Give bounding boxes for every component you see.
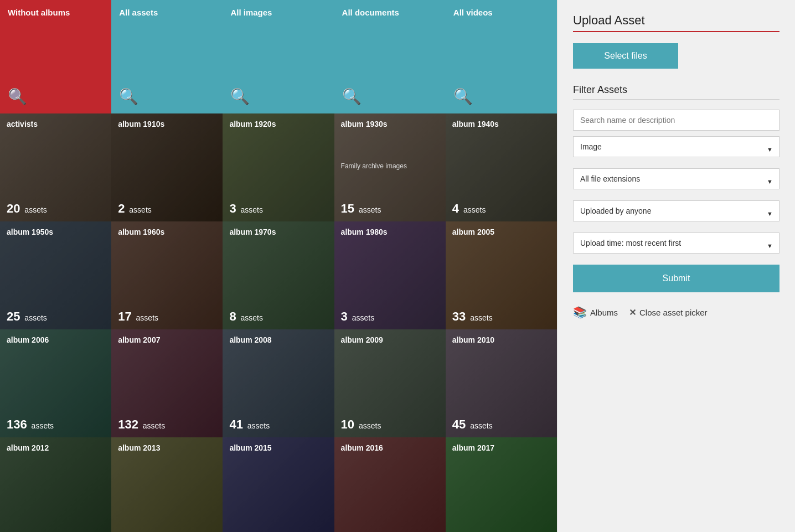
extension-select-wrapper: All file extensions (573, 168, 779, 195)
category-tile-label: All assets (119, 8, 215, 17)
album-item[interactable]: album 2017 (446, 437, 557, 532)
sort-select-wrapper: Upload time: most recent first (573, 233, 779, 259)
album-name: album 1960s (118, 227, 216, 237)
album-item[interactable]: album 1920s 3 assets (223, 113, 334, 221)
upload-divider (573, 31, 779, 32)
album-item[interactable]: album 2012 (0, 437, 111, 532)
album-name: album 1930s (341, 119, 439, 129)
album-name: album 2016 (341, 443, 439, 453)
album-name: album 1980s (341, 227, 439, 237)
album-asset-count: 2 assets (118, 202, 216, 216)
album-name: album 2013 (118, 443, 216, 453)
album-item[interactable]: album 1980s 3 assets (334, 221, 446, 329)
album-description: Family archive images (341, 162, 439, 170)
extension-select[interactable]: All file extensions (573, 168, 779, 189)
search-icon: 🔍 (453, 87, 549, 106)
type-select[interactable]: Image All types (573, 136, 779, 157)
category-tile-all-images[interactable]: All images 🔍 (223, 0, 334, 113)
album-item[interactable]: album 1950s 25 assets (0, 221, 111, 329)
album-asset-count: 17 assets (118, 309, 216, 324)
album-asset-count: 8 assets (229, 309, 327, 324)
albums-link-label: Albums (590, 308, 618, 317)
category-tile-label: All images (230, 8, 326, 17)
album-name: album 1970s (229, 227, 327, 237)
category-tile-label: All documents (342, 8, 438, 17)
album-item[interactable]: album 2007 132 assets (111, 329, 223, 437)
sort-select[interactable]: Upload time: most recent first (573, 233, 779, 254)
album-name: album 2008 (229, 335, 327, 345)
album-asset-count: 20 assets (7, 202, 105, 216)
album-name: album 2017 (452, 443, 550, 453)
album-item[interactable]: album 1960s 17 assets (111, 221, 223, 329)
album-item[interactable]: activists 20 assets (0, 113, 111, 221)
select-files-button[interactable]: Select files (573, 43, 678, 69)
submit-button[interactable]: Submit (573, 265, 779, 292)
uploader-select[interactable]: Uploaded by anyone (573, 200, 779, 221)
album-name: album 1920s (229, 119, 327, 129)
category-tile-all-assets[interactable]: All assets 🔍 (111, 0, 223, 113)
close-icon: ✕ (629, 307, 636, 318)
album-asset-count: 4 assets (452, 202, 550, 216)
album-asset-count: 132 assets (118, 417, 216, 432)
sidebar-footer: 📚 Albums ✕ Close asset picker (573, 306, 779, 319)
album-name: album 1950s (7, 227, 105, 237)
album-asset-count: 33 assets (452, 309, 550, 324)
album-name: album 1910s (118, 119, 216, 129)
album-name: album 2010 (452, 335, 550, 345)
album-item[interactable]: album 1940s 4 assets (446, 113, 557, 221)
album-asset-count: 41 assets (229, 417, 327, 432)
album-asset-count: 10 assets (341, 417, 439, 432)
type-select-wrapper: Image All types (573, 136, 779, 163)
album-asset-count: 15 assets (341, 202, 439, 216)
album-item[interactable]: album 2010 45 assets (446, 329, 557, 437)
uploader-select-wrapper: Uploaded by anyone (573, 200, 779, 227)
sidebar: Upload Asset Select files Filter Assets … (557, 0, 795, 532)
search-input[interactable] (573, 110, 779, 131)
album-asset-count: 25 assets (7, 309, 105, 324)
album-asset-count: 3 assets (229, 202, 327, 216)
album-item[interactable]: album 2009 10 assets (334, 329, 446, 437)
category-tile-label: Without albums (8, 8, 104, 17)
album-item[interactable]: album 2005 33 assets (446, 221, 557, 329)
category-tile-all-documents[interactable]: All documents 🔍 (334, 0, 446, 113)
filter-title: Filter Assets (573, 84, 779, 96)
search-icon: 🔍 (342, 87, 438, 106)
albums-link[interactable]: 📚 Albums (573, 306, 618, 319)
album-name: album 1940s (452, 119, 550, 129)
album-item[interactable]: album 2013 (111, 437, 223, 532)
album-name: album 2015 (229, 443, 327, 453)
category-tile-without-albums[interactable]: Without albums 🔍 (0, 0, 111, 113)
album-item[interactable]: album 2006 136 assets (0, 329, 111, 437)
album-name: album 2005 (452, 227, 550, 237)
album-name: activists (7, 119, 105, 129)
album-asset-count: 45 assets (452, 417, 550, 432)
album-asset-count: 3 assets (341, 309, 439, 324)
close-picker-label: Close asset picker (639, 308, 708, 317)
album-name: album 2009 (341, 335, 439, 345)
album-item[interactable]: album 2015 (223, 437, 334, 532)
category-tile-all-videos[interactable]: All videos 🔍 (446, 0, 557, 113)
album-name: album 2006 (7, 335, 105, 345)
album-item[interactable]: album 1930s Family archive images 15 ass… (334, 113, 446, 221)
category-row: Without albums 🔍 All assets 🔍 All images… (0, 0, 557, 113)
search-icon: 🔍 (230, 87, 326, 106)
album-item[interactable]: album 1910s 2 assets (111, 113, 223, 221)
album-book-icon: 📚 (573, 306, 587, 319)
album-item[interactable]: album 2016 (334, 437, 446, 532)
album-asset-count: 136 assets (7, 417, 105, 432)
search-icon: 🔍 (8, 87, 104, 106)
album-name: album 2007 (118, 335, 216, 345)
asset-grid-area: Without albums 🔍 All assets 🔍 All images… (0, 0, 557, 532)
category-tile-label: All videos (453, 8, 549, 17)
album-item[interactable]: album 1970s 8 assets (223, 221, 334, 329)
close-asset-picker-button[interactable]: ✕ Close asset picker (629, 307, 708, 318)
upload-title: Upload Asset (573, 13, 779, 28)
filter-divider (573, 99, 779, 100)
album-grid: activists 20 assets album 1910s 2 assets… (0, 113, 557, 532)
search-icon: 🔍 (119, 87, 215, 106)
album-name: album 2012 (7, 443, 105, 453)
album-item[interactable]: album 2008 41 assets (223, 329, 334, 437)
